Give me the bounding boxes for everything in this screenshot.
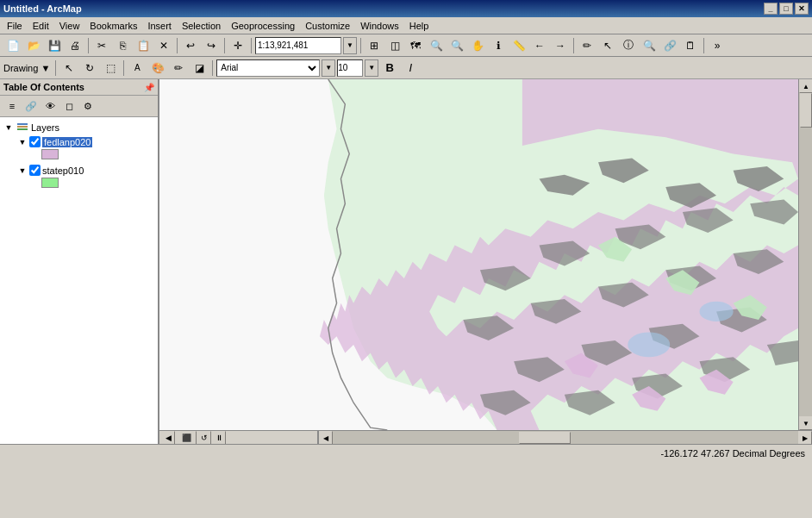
status-bar: -126.172 47.267 Decimal Degrees xyxy=(0,444,812,461)
italic-button[interactable]: I xyxy=(401,59,420,78)
zoom-full[interactable]: ⊞ xyxy=(365,36,384,55)
horizontal-scrollbar[interactable]: ◀ ▶ xyxy=(319,430,812,444)
pan-button[interactable]: ✋ xyxy=(468,36,487,55)
zoom-select[interactable]: ◫ xyxy=(385,36,404,55)
menu-customize[interactable]: Customize xyxy=(300,19,355,33)
identify-button[interactable]: ℹ xyxy=(489,36,508,55)
cut-button[interactable]: ✂ xyxy=(92,36,111,55)
page-back-button[interactable]: ◀ xyxy=(161,431,175,444)
toc-pin[interactable]: 📌 xyxy=(144,83,154,92)
new-button[interactable]: 📄 xyxy=(3,36,22,55)
sep-d1 xyxy=(55,60,56,76)
sep2 xyxy=(177,38,178,53)
menu-edit[interactable]: Edit xyxy=(28,19,54,33)
list-by-visibility[interactable]: 👁 xyxy=(41,97,59,115)
refresh-button[interactable]: ↺ xyxy=(197,431,211,444)
paste-button[interactable]: 📋 xyxy=(134,36,153,55)
menu-bar: File Edit View Bookmarks Insert Selectio… xyxy=(0,17,812,34)
redo-button[interactable]: ↪ xyxy=(202,36,221,55)
size-dropdown[interactable]: ▼ xyxy=(365,59,378,77)
text-color[interactable]: A xyxy=(128,59,147,78)
rotate-tool[interactable]: ↻ xyxy=(80,59,99,78)
more-tools[interactable]: » xyxy=(708,36,727,55)
list-by-drawing-order[interactable]: ≡ xyxy=(3,97,21,115)
zoom-in[interactable]: 🔍 xyxy=(427,36,446,55)
fedlanp020-label[interactable]: fedlanp020 xyxy=(42,137,92,147)
window-controls[interactable]: _ □ ✕ xyxy=(764,3,809,15)
zoom-layer[interactable]: 🗺 xyxy=(406,36,425,55)
scroll-up-button[interactable]: ▲ xyxy=(799,79,812,93)
info-tool[interactable]: ⓘ xyxy=(619,36,638,55)
pause-button[interactable]: ⏸ xyxy=(212,431,226,444)
pointer-tool[interactable]: ↖ xyxy=(59,59,78,78)
sep5 xyxy=(360,38,361,53)
layers-group-label[interactable]: Layers xyxy=(31,122,59,133)
editor-tool[interactable]: ✏ xyxy=(578,36,597,55)
bold-button[interactable]: B xyxy=(380,59,399,78)
print-button[interactable]: 🖨 xyxy=(66,36,84,55)
scale-dropdown[interactable]: ▼ xyxy=(343,37,357,54)
close-button[interactable]: ✕ xyxy=(795,3,809,15)
menu-file[interactable]: File xyxy=(2,19,28,33)
maximize-button[interactable]: □ xyxy=(779,3,793,15)
statep010-expander[interactable]: ▼ xyxy=(17,165,28,176)
statep010-checkbox[interactable] xyxy=(29,165,41,176)
layers-group: ▼ Layers xyxy=(3,121,154,134)
undo-button[interactable]: ↩ xyxy=(181,36,200,55)
fedlanp020-expander[interactable]: ▼ xyxy=(17,137,28,147)
scroll-thumb-v[interactable] xyxy=(800,93,812,128)
vertex-tool[interactable]: ⬚ xyxy=(101,59,120,78)
scale-input[interactable] xyxy=(255,37,341,54)
options-button[interactable]: ⚙ xyxy=(79,97,97,115)
delete-button[interactable]: ✕ xyxy=(154,36,173,55)
scroll-thumb-h[interactable] xyxy=(519,432,571,444)
scroll-down-button[interactable]: ▼ xyxy=(799,416,812,430)
font-size-input[interactable] xyxy=(337,59,363,77)
layers-expander[interactable]: ▼ xyxy=(3,122,14,133)
fill-color[interactable]: 🎨 xyxy=(148,59,167,78)
layer-fedlanp020: ▼ fedlanp020 xyxy=(17,136,154,159)
statep010-row: ▼ statep010 xyxy=(17,165,154,176)
menu-geoprocessing[interactable]: Geoprocessing xyxy=(226,19,300,33)
map-area[interactable] xyxy=(159,79,798,430)
fedlanp020-checkbox[interactable] xyxy=(29,136,41,147)
vertical-scrollbar[interactable]: ▲ ▼ xyxy=(798,79,812,430)
list-by-selection[interactable]: ◻ xyxy=(60,97,78,115)
navigate-button[interactable]: ✛ xyxy=(228,36,247,55)
menu-view[interactable]: View xyxy=(54,19,85,33)
measure-button[interactable]: 📏 xyxy=(509,36,528,55)
list-by-source[interactable]: 🔗 xyxy=(22,97,40,115)
toolbar-standard: 📄 📂 💾 🖨 ✂ ⎘ 📋 ✕ ↩ ↪ ✛ ▼ ⊞ ◫ 🗺 🔍 🔍 ✋ ℹ 📏 … xyxy=(0,34,812,57)
menu-help[interactable]: Help xyxy=(404,19,434,33)
svg-point-4 xyxy=(628,332,670,357)
map-page-btn[interactable]: ⬛ xyxy=(176,431,197,444)
scroll-left-button[interactable]: ◀ xyxy=(319,431,333,444)
font-select[interactable]: Arial xyxy=(216,59,320,77)
line-color[interactable]: ✏ xyxy=(169,59,188,78)
main-layout: Table Of Contents 📌 ≡ 🔗 👁 ◻ ⚙ ▼ Layers ▼ xyxy=(0,79,812,444)
statep010-label[interactable]: statep010 xyxy=(42,165,84,176)
menu-selection[interactable]: Selection xyxy=(177,19,226,33)
minimize-button[interactable]: _ xyxy=(764,3,778,15)
find-tool[interactable]: 🔍 xyxy=(640,36,659,55)
toc-label: Table Of Contents xyxy=(3,82,84,92)
menu-insert[interactable]: Insert xyxy=(142,19,177,33)
go-back[interactable]: ← xyxy=(530,36,549,55)
copy-button[interactable]: ⎘ xyxy=(113,36,132,55)
scroll-right-button[interactable]: ▶ xyxy=(798,431,812,444)
menu-windows[interactable]: Windows xyxy=(355,19,404,33)
map-container: ▲ ▼ ◀ ⬛ ↺ ⏸ ◀ ▶ xyxy=(159,79,812,444)
select-tool[interactable]: ↖ xyxy=(598,36,617,55)
scroll-track-h[interactable] xyxy=(333,431,798,444)
open-button[interactable]: 📂 xyxy=(24,36,43,55)
go-forward[interactable]: → xyxy=(551,36,570,55)
html-popup[interactable]: 🗒 xyxy=(681,36,700,55)
menu-bookmarks[interactable]: Bookmarks xyxy=(84,19,142,33)
scroll-track-v[interactable] xyxy=(799,93,812,416)
drawing-label[interactable]: Drawing ▼ xyxy=(3,63,50,73)
hyperlink-tool[interactable]: 🔗 xyxy=(660,36,679,55)
zoom-out[interactable]: 🔍 xyxy=(447,36,466,55)
font-dropdown[interactable]: ▼ xyxy=(322,59,335,77)
shadow-color[interactable]: ◪ xyxy=(190,59,209,78)
save-button[interactable]: 💾 xyxy=(45,36,64,55)
